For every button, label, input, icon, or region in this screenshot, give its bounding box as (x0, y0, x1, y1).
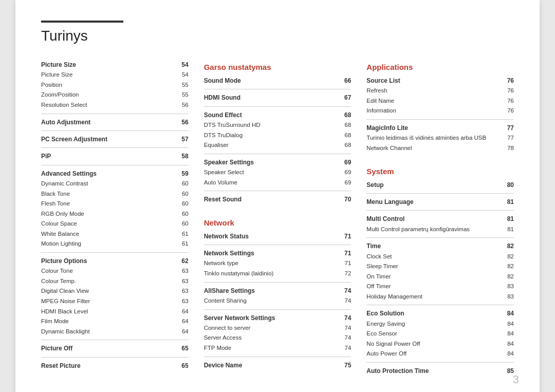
toc-divider (41, 130, 189, 131)
toc-page-num: 82 (502, 252, 514, 262)
toc-label: Time (366, 241, 502, 251)
section-header: System (366, 167, 514, 176)
toc-item: Picture Size54 (41, 60, 189, 70)
page-title: Turinys (41, 28, 514, 44)
toc-item: Menu Language81 (366, 197, 514, 207)
toc-page-num: 82 (502, 241, 514, 251)
toc-label: Reset Picture (41, 361, 176, 371)
toc-page-num: 72 (339, 269, 351, 279)
toc-item: Eco Solution84 (366, 308, 514, 319)
toc-label: Digital Clean View (41, 286, 176, 296)
toc-item: PiP58 (41, 151, 189, 161)
toc-page-num: 74 (339, 343, 351, 353)
toc-page-num: 74 (339, 296, 351, 306)
toc-label: HDMI Sound (204, 92, 339, 103)
toc-divider (366, 305, 514, 305)
toc-label: Energy Saving (366, 319, 502, 329)
toc-item: Server Network Settings74 (204, 313, 351, 323)
toc-page-num: 80 (502, 180, 514, 190)
toc-divider (41, 165, 189, 165)
toc-divider (366, 237, 514, 238)
toc-page-num: 68 (339, 130, 351, 141)
toc-item: Advanced Settings59 (41, 169, 189, 179)
toc-label: Refresh (366, 86, 502, 96)
toc-item: PC Screen Adjustment57 (41, 134, 189, 144)
toc-item: Auto Adjustment56 (41, 117, 189, 127)
toc-page-num: 71 (339, 231, 351, 241)
toc-label: AllShare Settings (204, 286, 339, 296)
toc-item: Refresh76 (366, 86, 514, 96)
toc-label: RGB Only Mode (41, 209, 176, 219)
toc-item: Tinklo nustatymai (laidinio)72 (204, 269, 351, 279)
toc-page-num: 60 (176, 179, 189, 189)
toc-label: Information (366, 106, 502, 116)
toc-page-num: 55 (176, 90, 189, 100)
toc-label: Speaker Settings (204, 157, 339, 167)
toc-label: PiP (41, 151, 176, 161)
toc-page-num: 61 (176, 229, 189, 239)
toc-page-num: 66 (339, 76, 351, 86)
toc-item: Film Mode64 (41, 316, 189, 327)
toc-item: Source List76 (366, 76, 514, 86)
toc-page-num: 60 (176, 189, 189, 199)
toc-item: Dynamic Contrast60 (41, 179, 189, 189)
toc-label: Eco Sensor (366, 329, 502, 339)
toc-item: Resolution Select56 (41, 100, 189, 110)
toc-label: Advanced Settings (41, 169, 176, 179)
toc-divider (204, 357, 351, 357)
toc-page-num: 57 (176, 134, 189, 144)
toc-divider (366, 210, 514, 211)
toc-page-num: 56 (176, 117, 189, 127)
toc-label: Multi Control parametrų konfigūravimas (366, 225, 502, 235)
toc-label: Colour Temp. (41, 276, 176, 287)
toc-item: Speaker Select69 (204, 167, 351, 178)
toc-item: Colour Temp.63 (41, 276, 189, 287)
toc-label: Off Timer (366, 282, 502, 292)
toc-page-num: 69 (339, 167, 351, 178)
toc-item: DTS TruSurround HD68 (204, 120, 351, 130)
toc-page-num: 82 (502, 262, 514, 272)
toc-label: No Signal Power Off (366, 339, 502, 349)
toc-item: AllShare Settings74 (204, 286, 351, 296)
toc-item: White Balance61 (41, 229, 189, 239)
toc-item: Flesh Tone60 (41, 199, 189, 209)
toc-item: Colour Tone63 (41, 266, 189, 276)
toc-page-num: 61 (176, 239, 189, 249)
toc-label: Motion Lighting (41, 239, 176, 249)
toc-item: Clock Set82 (366, 252, 514, 262)
toc-page-num: 59 (176, 169, 189, 179)
toc-page-num: 84 (502, 319, 514, 329)
toc-label: Network Status (204, 231, 339, 241)
toc-label: Dynamic Backlight (41, 327, 176, 337)
toc-page-num: 77 (502, 133, 514, 143)
column-3: ApplicationsSource List76Refresh76Edit N… (366, 60, 514, 376)
toc-page-num: 68 (339, 140, 351, 151)
toc-page-num: 63 (176, 286, 189, 296)
toc-page-num: 58 (176, 151, 189, 161)
toc-item: Holiday Management83 (366, 292, 514, 302)
toc-item: Network Settings71 (204, 248, 351, 258)
toc-label: Sound Mode (204, 76, 339, 86)
toc-divider (204, 191, 351, 191)
toc-item: Turinio leidimas iš vidinės atminties ar… (366, 133, 514, 143)
toc-item: Motion Lighting61 (41, 239, 189, 249)
toc-page-num: 67 (339, 92, 351, 103)
toc-label: Reset Sound (204, 194, 339, 204)
toc-item: Eco Sensor84 (366, 329, 514, 339)
toc-label: HDMI Black Level (41, 307, 176, 317)
toc-divider (366, 193, 514, 194)
toc-page-num: 63 (176, 266, 189, 276)
toc-item: HDMI Sound67 (204, 92, 351, 103)
toc-item: Auto Volume69 (204, 178, 351, 188)
toc-divider (41, 114, 189, 114)
toc-page-num: 60 (176, 209, 189, 219)
toc-label: Colour Tone (41, 266, 176, 276)
toc-label: Flesh Tone (41, 199, 176, 209)
toc-label: Auto Volume (204, 178, 339, 188)
toc-page-num: 65 (176, 343, 189, 353)
toc-page-num: 76 (502, 86, 514, 96)
toc-label: PC Screen Adjustment (41, 134, 176, 144)
toc-label: Network Channel (366, 143, 502, 154)
toc-label: FTP Mode (204, 343, 339, 353)
toc-item: Picture Options62 (41, 256, 189, 266)
